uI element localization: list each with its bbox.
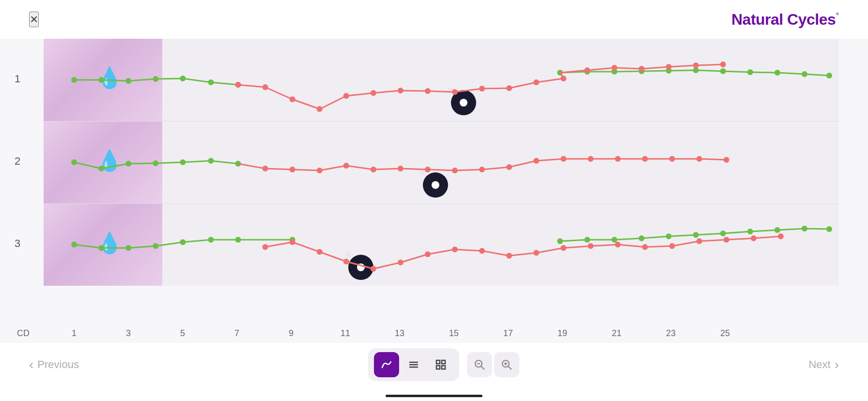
brand-title: Natural Cycles°	[731, 11, 839, 29]
zoom-out-button[interactable]	[467, 352, 492, 377]
x-tick-11: 11	[341, 328, 350, 339]
ovulation-icon-1	[448, 87, 454, 93]
x-tick-5: 5	[180, 328, 185, 339]
chevron-right-icon: ›	[835, 357, 839, 372]
cycle-row-3: 💧	[44, 203, 839, 286]
previous-button[interactable]: ‹ Previous	[29, 357, 79, 372]
x-tick-13: 13	[395, 328, 404, 339]
x-tick-19: 19	[558, 328, 567, 339]
x-axis-cd-label: CD	[17, 328, 30, 339]
drop-icon-1: 💧	[97, 66, 122, 90]
row-label-1: 1	[15, 73, 20, 85]
x-tick-25: 25	[720, 328, 730, 339]
drop-icon-2: 💧	[97, 148, 122, 172]
zoom-in-button[interactable]	[494, 352, 519, 377]
row-label-3: 3	[15, 237, 20, 250]
header: × Natural Cycles°	[0, 0, 868, 39]
x-tick-23: 23	[666, 328, 676, 339]
chart-inner: 1 2 3 💧 💧 💧	[44, 39, 839, 343]
ovulation-icon-3	[345, 252, 351, 258]
next-label: Next	[808, 358, 830, 371]
x-tick-1: 1	[72, 328, 77, 339]
x-tick-15: 15	[449, 328, 459, 339]
zoom-group	[467, 352, 519, 377]
svg-line-112	[508, 366, 512, 370]
svg-rect-105	[442, 360, 445, 364]
cycle-row-1: 💧	[44, 39, 839, 121]
chevron-left-icon: ‹	[29, 357, 33, 372]
toolbar: ‹ Previous	[0, 343, 868, 386]
svg-rect-106	[436, 366, 440, 369]
grid-view-button[interactable]	[428, 352, 453, 377]
svg-line-109	[481, 366, 484, 370]
x-axis: CD 1 3 5 7 9 11 13 15 17 19 21 23 25	[44, 324, 839, 343]
close-button[interactable]: ×	[29, 12, 39, 27]
drop-icon-3: 💧	[97, 231, 122, 254]
line-view-button[interactable]	[374, 352, 399, 377]
list-view-button[interactable]	[401, 352, 426, 377]
chart-container: 1 2 3 💧 💧 💧	[0, 39, 868, 343]
previous-label: Previous	[37, 358, 79, 371]
x-tick-21: 21	[612, 328, 621, 339]
ovulation-icon-2	[420, 170, 426, 175]
svg-rect-107	[442, 366, 445, 369]
x-tick-7: 7	[234, 328, 239, 339]
x-tick-17: 17	[503, 328, 513, 339]
svg-rect-104	[436, 360, 440, 364]
next-button[interactable]: Next ›	[808, 357, 839, 372]
home-indicator	[386, 395, 482, 397]
row-label-2: 2	[15, 155, 20, 168]
x-tick-9: 9	[289, 328, 294, 339]
view-mode-group	[368, 348, 459, 381]
x-tick-3: 3	[126, 328, 131, 339]
